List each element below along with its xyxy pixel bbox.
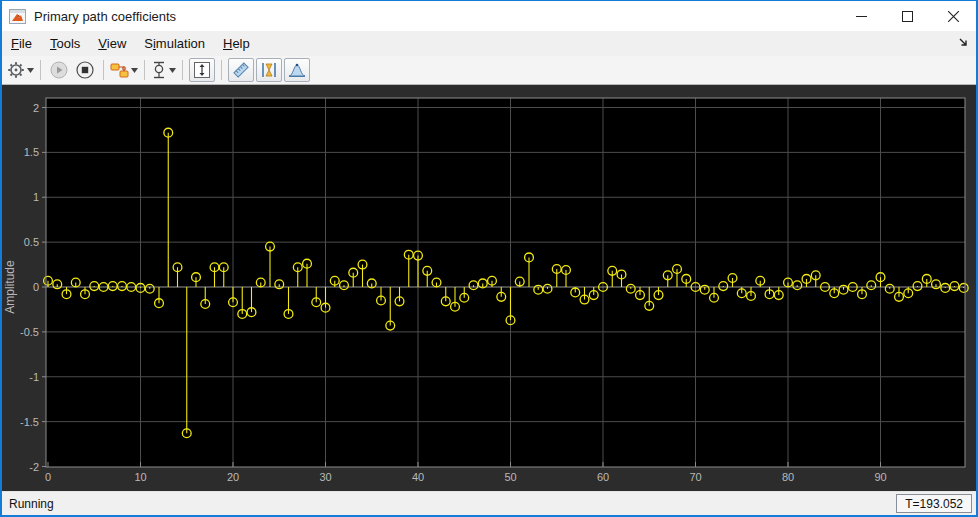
toolbar-separator: [144, 60, 145, 80]
simulation-status: Running: [9, 497, 896, 511]
scope-window: Primary path coefficients FileToolsViewS…: [0, 0, 978, 517]
matlab-scope-icon: [9, 9, 26, 24]
toolbar-separator: [103, 60, 104, 80]
simulation-time: T=193.052: [896, 494, 972, 513]
svg-text:2: 2: [33, 102, 39, 114]
window-title: Primary path coefficients: [34, 9, 838, 24]
menu-item-file[interactable]: File: [2, 32, 41, 55]
toolbar: [2, 56, 976, 85]
stop-button[interactable]: [73, 58, 97, 82]
close-button[interactable]: [930, 1, 976, 31]
stem-chart-canvas[interactable]: -2-1.5-1-0.500.511.520102030405060708090…: [2, 85, 976, 491]
svg-text:-2: -2: [29, 461, 39, 473]
svg-text:0.5: 0.5: [24, 236, 39, 248]
menu-bar: FileToolsViewSimulationHelp: [2, 31, 976, 56]
triggers-button[interactable]: [256, 58, 282, 82]
ruler-icon: [232, 61, 250, 79]
toolbar-separator: [221, 60, 222, 80]
run-button[interactable]: [47, 58, 71, 82]
toolbar-separator: [182, 60, 183, 80]
dropdown-caret-icon: [131, 68, 138, 73]
svg-text:0: 0: [33, 281, 39, 293]
triggers-icon: [260, 61, 278, 79]
gear-icon: [7, 61, 25, 79]
minimize-button[interactable]: [838, 1, 884, 31]
menu-item-help[interactable]: Help: [214, 32, 259, 55]
status-bar: Running T=193.052: [2, 491, 976, 515]
dropdown-caret-icon: [169, 68, 176, 73]
dropdown-caret-icon: [27, 68, 34, 73]
svg-text:80: 80: [782, 471, 794, 483]
title-bar: Primary path coefficients: [2, 1, 976, 31]
menu-item-tools[interactable]: Tools: [41, 32, 89, 55]
scale-axes-button[interactable]: [151, 58, 176, 82]
svg-text:-1.5: -1.5: [20, 416, 39, 428]
svg-text:50: 50: [504, 471, 516, 483]
window-controls: [838, 1, 976, 31]
minimize-icon: [856, 11, 867, 22]
svg-text:10: 10: [134, 471, 146, 483]
simulink-blocks-icon: [110, 62, 129, 79]
close-icon: [948, 11, 959, 22]
peak-finder-icon: [288, 61, 306, 79]
peak-finder-button[interactable]: [284, 58, 310, 82]
svg-text:Amplitude: Amplitude: [3, 260, 17, 314]
maximize-icon: [902, 11, 913, 22]
svg-text:1: 1: [33, 191, 39, 203]
svg-text:70: 70: [689, 471, 701, 483]
svg-text:40: 40: [412, 471, 424, 483]
plot-region: -2-1.5-1-0.500.511.520102030405060708090…: [2, 85, 976, 491]
toolbar-separator: [40, 60, 41, 80]
simulink-blocks-button[interactable]: [110, 58, 138, 82]
svg-text:60: 60: [597, 471, 609, 483]
svg-text:-0.5: -0.5: [20, 326, 39, 338]
svg-text:0: 0: [45, 471, 51, 483]
cursor-measurements-button[interactable]: [228, 58, 254, 82]
menu-item-simulation[interactable]: Simulation: [135, 32, 214, 55]
svg-text:90: 90: [874, 471, 886, 483]
svg-text:20: 20: [227, 471, 239, 483]
fit-to-view-icon: [193, 61, 211, 79]
play-icon: [50, 61, 68, 79]
svg-text:30: 30: [319, 471, 331, 483]
svg-text:1.5: 1.5: [24, 146, 39, 158]
scale-axes-icon: [151, 61, 167, 79]
maximize-button[interactable]: [884, 1, 930, 31]
settings-gear-button[interactable]: [7, 58, 34, 82]
dock-arrow-icon[interactable]: [956, 35, 970, 49]
svg-text:-1: -1: [29, 371, 39, 383]
fit-to-view-button[interactable]: [189, 58, 215, 82]
menu-item-view[interactable]: View: [89, 32, 135, 55]
stop-icon: [76, 61, 94, 79]
